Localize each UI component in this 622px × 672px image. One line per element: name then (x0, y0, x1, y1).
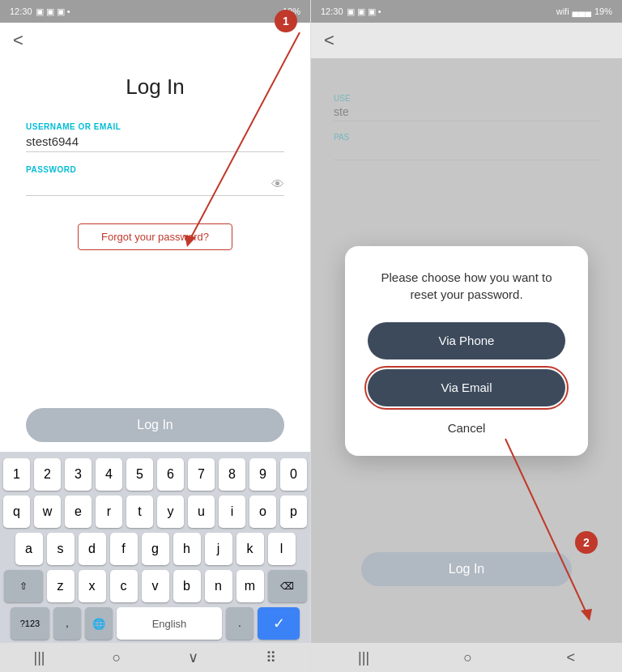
username-value: stest6944 (26, 134, 284, 148)
notification-icons: ▣ ▣ ▣ • (36, 6, 70, 17)
password-value (26, 178, 271, 192)
password-label: PASSWORD (26, 165, 284, 174)
via-email-button[interactable]: Via Email (368, 369, 565, 406)
keyboard-row-3: a s d f g h j k l (3, 533, 307, 565)
key-shift[interactable]: ⇧ (4, 570, 43, 602)
login-form: Log In USERNAME OR EMAIL stest6944 PASSW… (0, 58, 310, 398)
modal-title-text: Please choose how you want to reset your… (368, 269, 565, 303)
right-nav-menu-icon[interactable]: ||| (358, 649, 369, 666)
back-button-right[interactable]: < (324, 30, 334, 51)
forgot-password-button[interactable]: Forgot your password? (78, 223, 232, 250)
left-status-bar: 12:30 ▣ ▣ ▣ • 19% (0, 0, 310, 23)
nav-home-icon[interactable]: ○ (113, 649, 121, 666)
bottom-nav-right: ||| ○ < (311, 643, 622, 672)
keyboard-row-1: 1 2 3 4 5 6 7 8 9 0 (3, 458, 307, 491)
key-d[interactable]: d (79, 533, 106, 565)
key-0[interactable]: 0 (280, 458, 307, 491)
right-status-bar: 12:30 ▣ ▣ ▣ • wifi ▄▄▄ 19% (311, 0, 622, 23)
nav-menu-icon[interactable]: ||| (34, 649, 45, 666)
login-button-right[interactable]: Log In (361, 552, 572, 586)
nav-back-icon[interactable]: ∨ (188, 649, 198, 666)
step1-annotation: 1 (275, 10, 297, 32)
step2-annotation: 2 (575, 531, 598, 554)
key-9[interactable]: 9 (249, 458, 276, 491)
key-8[interactable]: 8 (219, 458, 245, 491)
key-n[interactable]: n (205, 570, 232, 602)
key-s[interactable]: s (47, 533, 75, 565)
right-notification-icons: ▣ ▣ ▣ • (347, 6, 381, 17)
key-globe[interactable]: 🌐 (85, 607, 113, 640)
key-1[interactable]: 1 (3, 458, 30, 491)
right-signal-icon: ▄▄▄ (573, 6, 591, 16)
keyboard-row-4: ⇧ z x c v b n m ⌫ (3, 570, 307, 602)
key-o[interactable]: o (249, 495, 276, 528)
time-display: 12:30 (10, 6, 32, 16)
right-wifi-icon: wifi (556, 6, 569, 16)
key-f[interactable]: f (110, 533, 138, 565)
top-nav-left: < (0, 23, 310, 58)
username-input-row[interactable]: stest6944 (26, 134, 284, 152)
via-phone-button[interactable]: Via Phone (368, 322, 565, 359)
key-6[interactable]: 6 (157, 458, 184, 491)
key-u[interactable]: u (188, 495, 215, 528)
password-field-group: PASSWORD 👁 (26, 165, 284, 196)
key-z[interactable]: z (47, 570, 75, 602)
right-content-area: USE ste PAS Please choose how you want t… (311, 58, 622, 643)
key-j[interactable]: j (205, 533, 232, 565)
key-period[interactable]: . (226, 607, 253, 640)
right-time-display: 12:30 (321, 6, 343, 16)
username-label: USERNAME OR EMAIL (26, 122, 284, 131)
keyboard-row-5: ?123 , 🌐 English . ✓ (3, 607, 307, 640)
key-numbers[interactable]: ?123 (11, 607, 49, 640)
key-3[interactable]: 3 (65, 458, 92, 491)
status-time-area: 12:30 ▣ ▣ ▣ • (10, 6, 70, 17)
key-p[interactable]: p (280, 495, 307, 528)
username-field-group: USERNAME OR EMAIL stest6944 (26, 122, 284, 152)
key-m[interactable]: m (236, 570, 264, 602)
right-status-time: 12:30 ▣ ▣ ▣ • (321, 6, 381, 17)
key-v[interactable]: v (142, 570, 169, 602)
top-nav-right: < (311, 23, 622, 58)
key-comma[interactable]: , (53, 607, 81, 640)
nav-apps-icon[interactable]: ⠿ (266, 649, 276, 666)
cancel-button[interactable]: Cancel (443, 416, 491, 440)
key-q[interactable]: q (3, 495, 30, 528)
right-nav-home-icon[interactable]: ○ (463, 649, 472, 666)
login-btn-area-left: Log In (0, 398, 310, 452)
eye-icon[interactable]: 👁 (271, 177, 284, 192)
password-reset-modal: Please choose how you want to reset your… (345, 246, 588, 456)
key-space[interactable]: English (117, 607, 222, 640)
key-i[interactable]: i (219, 495, 245, 528)
key-b[interactable]: b (173, 570, 201, 602)
key-backspace[interactable]: ⌫ (268, 570, 307, 602)
right-battery-area: wifi ▄▄▄ 19% (556, 6, 612, 16)
keyboard: 1 2 3 4 5 6 7 8 9 0 q w e r t y u i o p … (0, 452, 310, 643)
login-button-left[interactable]: Log In (26, 408, 284, 442)
key-g[interactable]: g (142, 533, 169, 565)
key-w[interactable]: w (34, 495, 61, 528)
key-k[interactable]: k (236, 533, 264, 565)
key-2[interactable]: 2 (34, 458, 61, 491)
keyboard-row-2: q w e r t y u i o p (3, 495, 307, 528)
key-t[interactable]: t (126, 495, 153, 528)
key-done[interactable]: ✓ (258, 607, 300, 640)
bottom-nav-left: ||| ○ ∨ ⠿ (0, 643, 310, 672)
right-phone-panel: 12:30 ▣ ▣ ▣ • wifi ▄▄▄ 19% < USE ste PAS… (311, 0, 622, 672)
key-l[interactable]: l (268, 533, 296, 565)
login-title: Log In (126, 74, 184, 100)
back-button-left[interactable]: < (13, 30, 23, 51)
key-7[interactable]: 7 (188, 458, 215, 491)
password-input-row[interactable]: 👁 (26, 177, 284, 196)
key-e[interactable]: e (65, 495, 92, 528)
key-y[interactable]: y (157, 495, 184, 528)
key-r[interactable]: r (96, 495, 122, 528)
key-c[interactable]: c (110, 570, 138, 602)
key-h[interactable]: h (173, 533, 201, 565)
right-nav-back-icon[interactable]: < (566, 649, 575, 666)
right-battery-display: 19% (594, 6, 612, 16)
key-4[interactable]: 4 (96, 458, 122, 491)
key-x[interactable]: x (79, 570, 106, 602)
right-login-btn-area: Log In (311, 552, 622, 586)
key-a[interactable]: a (15, 533, 43, 565)
key-5[interactable]: 5 (126, 458, 153, 491)
